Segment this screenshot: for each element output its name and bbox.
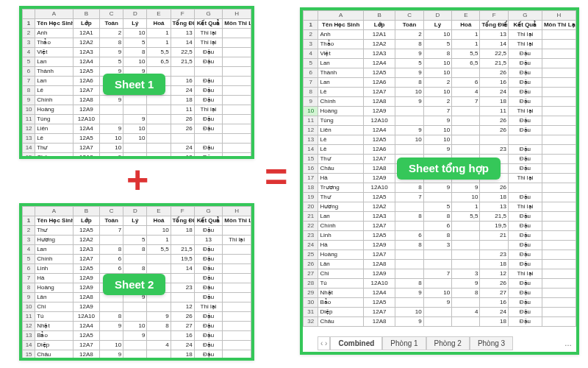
tab-phong1[interactable]: Phòng 1 xyxy=(382,336,426,350)
sheet-tabs: ‹ › Combined Phòng 1 Phòng 2 Phòng 3 xyxy=(318,336,513,350)
tab-nav-arrows[interactable]: ‹ › xyxy=(318,336,330,350)
sheet2-badge: Sheet 2 xyxy=(103,274,165,295)
plus-symbol: + xyxy=(126,160,148,199)
tab-combined[interactable]: Combined xyxy=(330,336,382,350)
combined-panel: ABCDEFGH1Tên Học SinhLớpToánLýHoáTổng Đi… xyxy=(300,7,579,355)
tab-phong3[interactable]: Phòng 3 xyxy=(470,336,513,350)
sheet1-badge: Sheet 1 xyxy=(103,74,165,95)
equals-symbol: = xyxy=(265,156,285,196)
tab-phong2[interactable]: Phòng 2 xyxy=(426,336,470,350)
combined-badge: Sheet tổng hợp xyxy=(397,158,501,180)
tab-more[interactable]: … xyxy=(564,339,572,347)
